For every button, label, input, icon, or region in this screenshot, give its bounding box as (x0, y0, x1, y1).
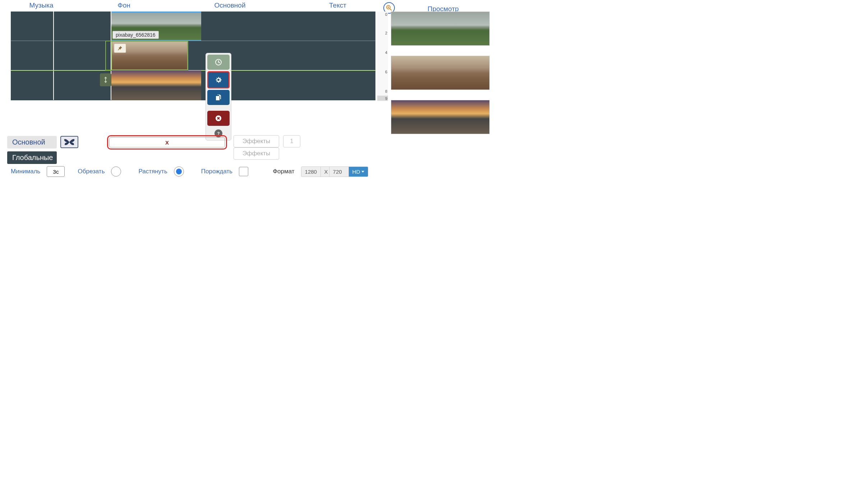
svg-point-5 (217, 79, 220, 81)
resize-handle[interactable] (100, 73, 111, 86)
preview-thumbnail[interactable] (391, 12, 490, 46)
crop-label: Обрезать (78, 168, 105, 175)
format-label: Формат (273, 168, 294, 175)
timeline-clip[interactable] (111, 70, 201, 100)
format-sep: X (321, 167, 329, 177)
zoom-in-icon (386, 5, 392, 11)
preview-thumbnail[interactable] (391, 100, 490, 134)
tab-text[interactable]: Текст (284, 0, 392, 12)
generate-checkbox[interactable] (239, 167, 248, 176)
format-height[interactable]: 720 (329, 167, 349, 177)
preview-column (391, 12, 490, 144)
tab-background[interactable]: Фон (72, 0, 176, 12)
generate-label: Порождать (201, 168, 232, 175)
effects-count: 1 (283, 135, 300, 147)
resize-vertical-icon (103, 77, 108, 83)
preview-thumbnail[interactable] (391, 56, 490, 90)
delete-icon (215, 115, 222, 122)
gear-icon (214, 76, 222, 84)
chevron-down-icon (361, 171, 364, 173)
ruler-tick: 8 (385, 89, 387, 93)
effects-button-2[interactable]: Эффекты (234, 147, 279, 160)
tab-music[interactable]: Музыка (11, 0, 72, 12)
panel-tab-global[interactable]: Глобальные (7, 151, 57, 164)
copy-button[interactable] (207, 90, 230, 105)
ruler-tick: 0 (385, 12, 387, 17)
stretch-label: Растянуть (138, 168, 167, 175)
effects-button[interactable]: Эффекты (234, 135, 279, 147)
options-row: Минималь Обрезать Растянуть Порождать Фо… (11, 166, 521, 177)
svg-line-1 (390, 9, 392, 10)
column-separator (53, 12, 54, 100)
settings-button[interactable] (207, 71, 230, 88)
x-button-highlight: X (107, 135, 227, 150)
pin-icon (117, 46, 123, 51)
delete-button[interactable] (207, 111, 230, 126)
bottom-panel: Основной Глобальные X Эффекты 1 Эффекты (0, 136, 521, 164)
svg-rect-6 (216, 96, 220, 100)
timeline[interactable]: pixabay_6562816 ? (11, 12, 375, 100)
format-width[interactable]: 1280 (301, 167, 321, 177)
ruler-tick: 4 (385, 50, 387, 55)
butterfly-icon (63, 138, 76, 146)
pin-button[interactable] (114, 44, 126, 53)
min-label: Минималь (11, 168, 40, 175)
min-duration-input[interactable] (47, 166, 65, 177)
clip-thumbnail (111, 70, 201, 100)
ruler-tick: 2 (385, 31, 387, 35)
format-group: 1280 X 720 HD (301, 166, 369, 177)
copy-icon (215, 94, 222, 101)
x-button[interactable]: X (109, 137, 225, 147)
clock-icon (215, 59, 222, 66)
guide-line (11, 41, 375, 41)
track-row-2[interactable] (11, 41, 375, 70)
timing-button[interactable] (207, 55, 230, 70)
timeline-clip[interactable]: pixabay_6562816 (111, 12, 201, 41)
panel-tab-main[interactable]: Основной (7, 136, 57, 148)
crop-radio[interactable] (111, 166, 121, 177)
clip-filename-label: pixabay_6562816 (112, 31, 159, 39)
tab-main[interactable]: Основной (176, 0, 284, 12)
stretch-radio[interactable] (174, 166, 184, 177)
butterfly-preset[interactable] (60, 136, 78, 148)
format-hd-dropdown[interactable]: HD (349, 167, 368, 177)
timeline-ruler: 0 2 4 6 8 9 (377, 12, 388, 101)
clip-toolbar: ? (206, 53, 231, 141)
ruler-tick: 9 (385, 96, 387, 101)
timeline-clip-selected[interactable] (111, 41, 188, 70)
ruler-tick: 6 (385, 70, 387, 74)
